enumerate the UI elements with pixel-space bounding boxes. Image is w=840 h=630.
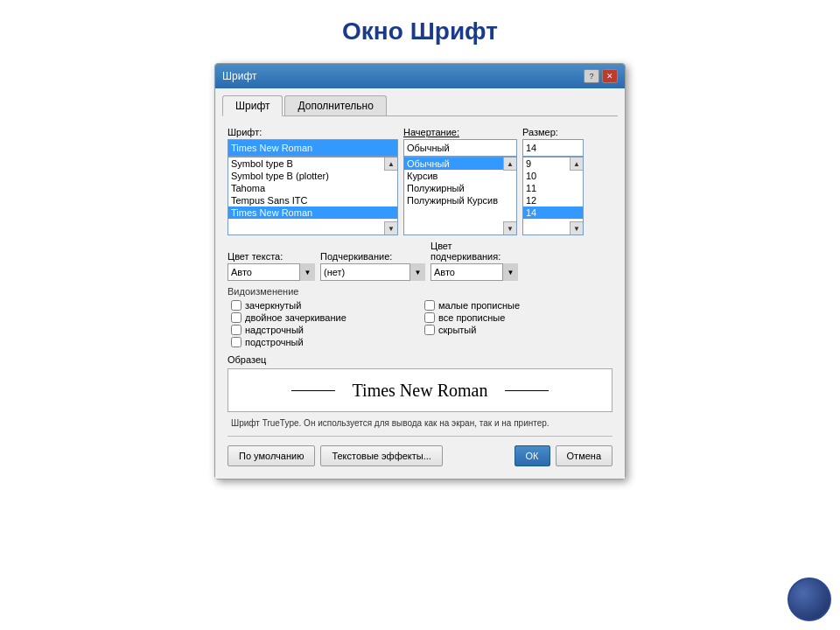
nachertan-input[interactable] (403, 139, 517, 157)
checkbox-nadstrochny-input[interactable] (231, 325, 242, 335)
hint-text: Шрифт TrueType. Он используется для выво… (228, 416, 612, 430)
tab-advanced[interactable]: Дополнительно (284, 95, 386, 116)
nachertan-scroll-down[interactable]: ▼ (503, 221, 516, 234)
ok-button[interactable]: ОК (514, 445, 550, 466)
tab-font[interactable]: Шрифт (222, 95, 283, 116)
font-name-input[interactable] (228, 139, 398, 157)
checkbox-zacherknuty-label: зачеркнутый (245, 300, 301, 311)
cancel-button[interactable]: Отмена (556, 445, 612, 466)
razmer-scroll-up[interactable]: ▲ (570, 158, 583, 171)
font-item-tempus[interactable]: Tempus Sans ITC (228, 194, 397, 206)
titlebar-buttons: ? ✕ (584, 69, 618, 83)
checkbox-skryty-input[interactable] (424, 325, 435, 335)
fields-row: Шрифт: Symbol type B Symbol type B (plot… (228, 127, 612, 235)
font-label: Шрифт: (228, 127, 398, 137)
font-dialog: Шрифт ? ✕ Шрифт Дополнительно Шрифт: (214, 63, 626, 480)
font-list-scroll-down[interactable]: ▼ (384, 221, 397, 234)
default-button[interactable]: По умолчанию (228, 445, 315, 466)
font-item-timesnewroman[interactable]: Times New Roman (228, 206, 397, 219)
vidoizmenenie-section: Видоизменение зачеркнутый малые прописны… (228, 286, 612, 347)
dialog-titlebar: Шрифт ? ✕ (215, 64, 625, 88)
color-select-wrapper: Авто ▼ (228, 263, 315, 281)
checkbox-nadstrochny-label: надстрочный (245, 325, 304, 335)
font-item-symbolBplotter[interactable]: Symbol type B (plotter) (228, 170, 397, 182)
nachertan-group: Начертание: Обычный Курсив Полужирный По… (403, 127, 517, 235)
checkbox-skryty-label: скрытый (438, 325, 476, 335)
underline-group: Подчеркивание: (нет) ▼ (320, 251, 425, 281)
razmer-label: Размер: (522, 127, 584, 137)
checkbox-nadstrochny: надстрочный (231, 325, 416, 335)
razmer-item-12[interactable]: 12 (523, 194, 583, 206)
checkbox-dvoinoe-label: двойное зачеркивание (245, 312, 346, 323)
razmer-item-14[interactable]: 14 (523, 206, 583, 219)
checkbox-dvoinoe: двойное зачеркивание (231, 312, 416, 323)
nachertan-scroll-up[interactable]: ▲ (503, 158, 516, 171)
color-label: Цвет текста: (228, 251, 315, 262)
font-list-scroll-up[interactable]: ▲ (384, 158, 397, 171)
razmer-group: Размер: 9 10 11 12 14 ▲ ▼ (522, 127, 584, 235)
dialog-content: Шрифт: Symbol type B Symbol type B (plot… (222, 123, 618, 472)
tabs-container: Шрифт Дополнительно (222, 95, 618, 116)
vidoizmenenie-label: Видоизменение (228, 286, 612, 297)
obrazets-section: Образец Times New Roman Шрифт TrueType. … (228, 354, 612, 430)
checkbox-podstrochny-label: подстрочный (245, 337, 304, 347)
divider (228, 436, 612, 437)
nachertan-list-container: Обычный Курсив Полужирный Полужирный Кур… (403, 157, 517, 235)
sample-display: Times New Roman (228, 381, 612, 401)
underline-select[interactable]: (нет) (320, 263, 425, 281)
obrazets-box: Times New Roman (228, 368, 612, 412)
color-group: Цвет текста: Авто ▼ (228, 251, 315, 281)
underline-label: Подчеркивание: (320, 251, 425, 262)
nachertan-item-poluzhkurs[interactable]: Полужирный Курсив (404, 194, 516, 206)
buttons-row: По умолчанию Текстовые эффекты... ОК Отм… (228, 442, 612, 468)
font-list-container: Symbol type B Symbol type B (plotter) Ta… (228, 157, 398, 235)
nachertan-item-kursiv[interactable]: Курсив (404, 170, 516, 182)
font-item-tahoma[interactable]: Tahoma (228, 182, 397, 194)
checkboxes-grid: зачеркнутый малые прописные двойное заче… (228, 300, 612, 347)
checkbox-malye-label: малые прописные (438, 300, 520, 311)
razmer-item-11[interactable]: 11 (523, 182, 583, 194)
dialog-title: Шрифт (222, 70, 256, 82)
font-item-symbolB[interactable]: Symbol type B (228, 158, 397, 170)
checkbox-skryty: скрытый (424, 325, 609, 335)
close-button[interactable]: ✕ (602, 69, 618, 83)
help-button[interactable]: ? (584, 69, 599, 83)
underline-color-select[interactable]: Авто (430, 263, 518, 281)
color-select[interactable]: Авто (228, 263, 315, 281)
nachertan-item-obychny[interactable]: Обычный (404, 158, 516, 170)
underline-color-group: Цвет подчеркивания: Авто ▼ (430, 241, 518, 281)
checkbox-zacherknuty: зачеркнутый (231, 300, 416, 311)
sample-text: Times New Roman (353, 381, 488, 401)
checkbox-dvoinoe-input[interactable] (231, 312, 242, 323)
dialog-wrapper: Шрифт ? ✕ Шрифт Дополнительно Шрифт: (0, 54, 840, 480)
nachertan-label: Начертание: (403, 127, 517, 137)
checkbox-vse: все прописные (424, 312, 609, 323)
underline-color-select-wrapper: Авто ▼ (430, 263, 518, 281)
page-title: Окно Шрифт (0, 0, 840, 54)
checkbox-podstrochny-input[interactable] (231, 337, 242, 347)
checkbox-zacherknuty-input[interactable] (231, 300, 242, 311)
nachertan-item-poluzh[interactable]: Полужирный (404, 182, 516, 194)
razmer-scroll-down[interactable]: ▼ (570, 221, 583, 234)
checkbox-malye: малые прописные (424, 300, 609, 311)
nachertan-list[interactable]: Обычный Курсив Полужирный Полужирный Кур… (404, 158, 516, 234)
effects-button[interactable]: Текстовые эффекты... (320, 445, 443, 466)
underline-row: Цвет текста: Авто ▼ Подчеркивание: (228, 241, 612, 281)
underline-color-label: Цвет подчеркивания: (430, 241, 518, 262)
checkbox-vse-input[interactable] (424, 312, 435, 323)
checkbox-podstrochny: подстрочный (231, 337, 416, 347)
razmer-item-10[interactable]: 10 (523, 170, 583, 182)
decorative-circle (788, 578, 831, 621)
obrazets-label: Образец (228, 354, 612, 365)
underline-select-wrapper: (нет) ▼ (320, 263, 425, 281)
checkbox-vse-label: все прописные (438, 312, 505, 323)
checkbox-malye-input[interactable] (424, 300, 435, 311)
dialog-body: Шрифт Дополнительно Шрифт: Symbol type B… (215, 88, 625, 479)
razmer-input[interactable] (522, 139, 584, 157)
font-list[interactable]: Symbol type B Symbol type B (plotter) Ta… (228, 158, 397, 234)
underline-left (291, 390, 335, 391)
razmer-list-container: 9 10 11 12 14 ▲ ▼ (522, 157, 584, 235)
font-name-group: Шрифт: Symbol type B Symbol type B (plot… (228, 127, 398, 235)
underline-right (505, 390, 549, 391)
